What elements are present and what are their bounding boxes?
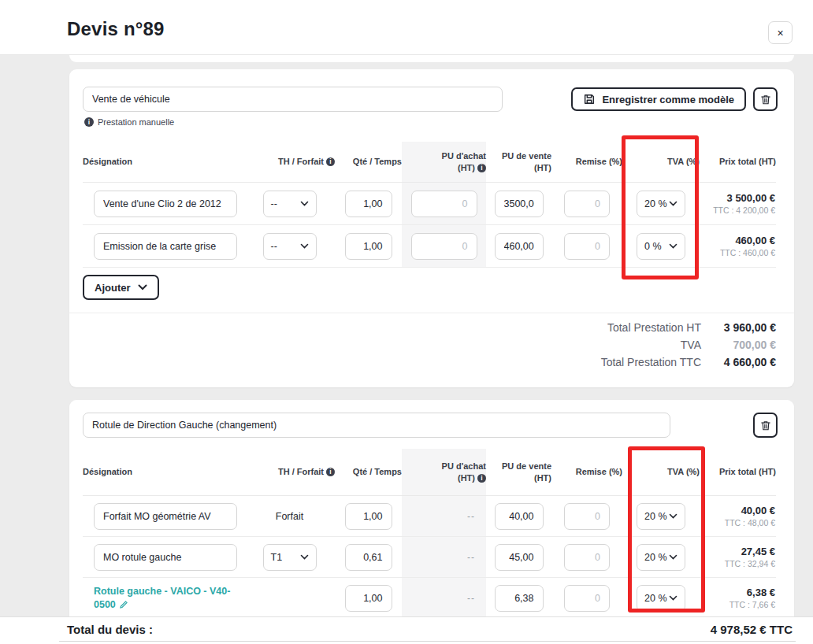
pu-vente-input[interactable] bbox=[495, 585, 544, 612]
qty-input[interactable] bbox=[345, 233, 392, 260]
operation-table: Désignation TH / Forfaiti Qté / Temps PU… bbox=[83, 449, 776, 619]
pu-vente-input[interactable] bbox=[495, 503, 544, 530]
tva-select[interactable]: 20 % bbox=[637, 191, 685, 217]
th-forfait-select[interactable]: -- bbox=[263, 233, 317, 260]
remise-input[interactable] bbox=[564, 585, 610, 612]
table-row: T1 -- 20 % 27,45 €TTC : 32,94 € bbox=[83, 537, 776, 578]
pu-achat-input[interactable] bbox=[411, 233, 477, 260]
pu-achat-value: -- bbox=[467, 511, 475, 522]
tva-select[interactable]: 20 % bbox=[637, 544, 685, 571]
col-prix-total: Prix total (HT) bbox=[700, 449, 776, 495]
row-total: 3 500,00 €TTC : 4 200,00 € bbox=[700, 183, 776, 224]
designation-input[interactable] bbox=[94, 544, 237, 571]
table-header: Désignation TH / Forfaiti Qté / Temps PU… bbox=[83, 142, 776, 183]
prestation-name-input[interactable] bbox=[83, 87, 503, 112]
remise-input[interactable] bbox=[564, 233, 610, 260]
col-qty: Qté / Temps bbox=[335, 449, 402, 495]
col-remise: Remise (%) bbox=[551, 142, 622, 182]
save-as-template-button[interactable]: Enregistrer comme modèle bbox=[571, 87, 746, 111]
total-ht-label: Total Prestation HT bbox=[445, 321, 701, 334]
qty-input[interactable] bbox=[345, 585, 392, 612]
col-qty: Qté / Temps bbox=[335, 142, 402, 182]
page-title: Devis n°89 bbox=[67, 18, 165, 40]
prestation-card: Enregistrer comme modèle i Prestation ma… bbox=[69, 69, 794, 387]
col-designation: Désignation bbox=[83, 142, 244, 182]
add-line-button[interactable]: Ajouter bbox=[83, 275, 159, 300]
grand-total-label: Total du devis : bbox=[67, 623, 153, 636]
remise-input[interactable] bbox=[564, 191, 610, 217]
close-button[interactable]: × bbox=[768, 21, 793, 44]
qty-input[interactable] bbox=[345, 544, 392, 571]
th-forfait-select[interactable]: -- bbox=[263, 191, 317, 217]
footer-bar: Total du devis : 4 978,52 € TTC bbox=[0, 616, 813, 644]
qty-input[interactable] bbox=[345, 191, 392, 217]
row-total: 6,38 €TTC : 7,66 € bbox=[700, 578, 776, 618]
manual-prestation-label: Prestation manuelle bbox=[98, 117, 174, 127]
info-icon: i bbox=[477, 164, 486, 172]
pu-vente-input[interactable] bbox=[495, 233, 544, 260]
designation-input[interactable] bbox=[94, 503, 237, 530]
row-total: 40,00 €TTC : 48,00 € bbox=[700, 496, 776, 536]
save-as-template-label: Enregistrer comme modèle bbox=[602, 94, 734, 105]
th-forfait-select[interactable]: T1 bbox=[263, 544, 317, 571]
add-line-label: Ajouter bbox=[95, 282, 131, 294]
footer-underline bbox=[59, 641, 796, 642]
tva-select[interactable]: 20 % bbox=[637, 503, 685, 530]
part-link[interactable]: Rotule gauche - VAICO - V40-0500 bbox=[94, 585, 232, 612]
th-forfait-value: Forfait bbox=[276, 511, 303, 522]
table-row: Forfait -- 20 % 40,00 €TTC : 48,00 € bbox=[83, 496, 776, 537]
col-designation: Désignation bbox=[83, 449, 244, 495]
chevron-down-icon bbox=[300, 201, 309, 206]
table-row: -- 0 % 460,00 €TTC : 460,00 € bbox=[83, 225, 776, 268]
previous-card-remnant bbox=[69, 55, 794, 62]
prestation-totals: Total Prestation HT3 960,00 € TVA700,00 … bbox=[445, 321, 776, 368]
total-ttc-value: 4 660,00 € bbox=[701, 356, 776, 368]
col-pu-vente: PU de vente(HT) bbox=[486, 142, 551, 182]
save-icon bbox=[583, 93, 596, 105]
operation-name-input[interactable] bbox=[83, 413, 670, 438]
chevron-down-icon bbox=[669, 513, 678, 519]
designation-input[interactable] bbox=[94, 191, 237, 217]
col-tva: TVA (%) bbox=[622, 142, 700, 182]
col-th-forfait: TH / Forfaiti bbox=[244, 142, 335, 182]
info-icon: i bbox=[477, 474, 486, 483]
designation-input[interactable] bbox=[94, 233, 237, 260]
divider bbox=[69, 313, 794, 313]
trash-icon bbox=[760, 420, 771, 431]
pu-vente-input[interactable] bbox=[495, 544, 544, 571]
table-header: Désignation TH / Forfaiti Qté / Temps PU… bbox=[83, 449, 776, 496]
trash-icon bbox=[760, 94, 771, 105]
table-row: -- 20 % 3 500,00 €TTC : 4 200,00 € bbox=[83, 183, 776, 225]
pu-achat-input[interactable] bbox=[411, 191, 477, 217]
edit-pencil-icon bbox=[119, 600, 128, 609]
tva-select[interactable]: 20 % bbox=[637, 585, 685, 612]
delete-operation-button[interactable] bbox=[753, 413, 778, 438]
pu-achat-value: -- bbox=[467, 593, 475, 604]
col-prix-total: Prix total (HT) bbox=[700, 142, 776, 182]
chevron-down-icon bbox=[138, 284, 147, 291]
tva-select[interactable]: 0 % bbox=[637, 233, 685, 260]
pu-vente-input[interactable] bbox=[495, 191, 544, 217]
table-row: Rotule gauche - VAICO - V40-0500 -- 20 %… bbox=[83, 578, 776, 619]
col-pu-achat: PU d'achat(HT)i bbox=[402, 142, 486, 182]
chevron-down-icon bbox=[669, 201, 678, 206]
col-tva: TVA (%) bbox=[622, 449, 700, 495]
remise-input[interactable] bbox=[564, 503, 610, 530]
grand-total-value: 4 978,52 € TTC bbox=[711, 623, 793, 636]
remise-input[interactable] bbox=[564, 544, 610, 571]
tva-value: 700,00 € bbox=[701, 339, 776, 351]
row-total: 460,00 €TTC : 460,00 € bbox=[700, 225, 776, 267]
total-ht-value: 3 960,00 € bbox=[701, 321, 776, 334]
col-th-forfait: TH / Forfaiti bbox=[244, 449, 335, 495]
row-total: 27,45 €TTC : 32,94 € bbox=[700, 537, 776, 577]
tva-label: TVA bbox=[445, 339, 701, 351]
col-remise: Remise (%) bbox=[551, 449, 622, 495]
col-pu-vente: PU de vente(HT) bbox=[486, 449, 551, 495]
col-pu-achat: PU d'achat(HT)i bbox=[402, 449, 486, 495]
info-icon: i bbox=[84, 117, 94, 127]
delete-prestation-button[interactable] bbox=[753, 87, 778, 111]
qty-input[interactable] bbox=[345, 503, 392, 530]
manual-prestation-note: i Prestation manuelle bbox=[84, 117, 174, 127]
modal-header: Devis n°89 × bbox=[0, 0, 813, 55]
pu-achat-value: -- bbox=[467, 552, 475, 563]
